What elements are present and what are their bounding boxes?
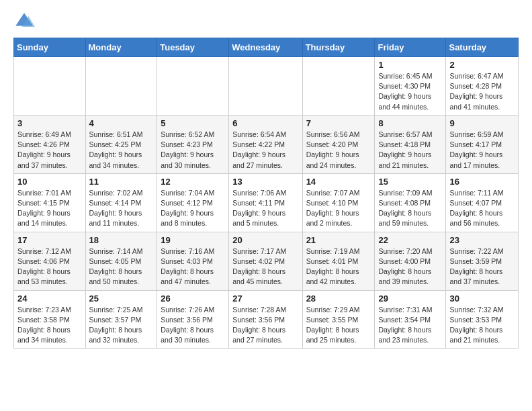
calendar-cell: 28Sunrise: 7:29 AM Sunset: 3:55 PM Dayli… xyxy=(302,290,375,349)
header xyxy=(13,11,519,32)
calendar: SundayMondayTuesdayWednesdayThursdayFrid… xyxy=(13,38,519,349)
week-row-2: 3Sunrise: 6:49 AM Sunset: 4:26 PM Daylig… xyxy=(14,115,519,173)
day-detail: Sunrise: 7:11 AM Sunset: 4:07 PM Dayligh… xyxy=(449,188,515,229)
day-detail: Sunrise: 7:02 AM Sunset: 4:14 PM Dayligh… xyxy=(89,188,154,229)
calendar-cell: 2Sunrise: 6:47 AM Sunset: 4:28 PM Daylig… xyxy=(446,57,519,116)
day-detail: Sunrise: 6:56 AM Sunset: 4:20 PM Dayligh… xyxy=(306,130,371,171)
day-detail: Sunrise: 7:20 AM Sunset: 4:00 PM Dayligh… xyxy=(378,246,442,287)
day-detail: Sunrise: 7:29 AM Sunset: 3:55 PM Dayligh… xyxy=(306,305,371,346)
week-row-1: 1Sunrise: 6:45 AM Sunset: 4:30 PM Daylig… xyxy=(14,57,519,116)
calendar-cell: 26Sunrise: 7:26 AM Sunset: 3:56 PM Dayli… xyxy=(157,290,229,349)
day-number: 29 xyxy=(378,293,442,304)
calendar-cell: 23Sunrise: 7:22 AM Sunset: 3:59 PM Dayli… xyxy=(446,232,519,290)
calendar-cell: 6Sunrise: 6:54 AM Sunset: 4:22 PM Daylig… xyxy=(229,115,302,173)
calendar-cell: 3Sunrise: 6:49 AM Sunset: 4:26 PM Daylig… xyxy=(14,115,86,173)
day-number: 28 xyxy=(306,293,371,304)
day-detail: Sunrise: 7:28 AM Sunset: 3:56 PM Dayligh… xyxy=(232,305,298,346)
calendar-cell: 20Sunrise: 7:17 AM Sunset: 4:02 PM Dayli… xyxy=(229,232,302,290)
day-number: 12 xyxy=(161,177,225,187)
day-number: 13 xyxy=(232,177,298,187)
day-number: 11 xyxy=(89,177,154,187)
calendar-cell: 11Sunrise: 7:02 AM Sunset: 4:14 PM Dayli… xyxy=(85,173,157,232)
week-row-3: 10Sunrise: 7:01 AM Sunset: 4:15 PM Dayli… xyxy=(14,173,519,232)
calendar-cell: 18Sunrise: 7:14 AM Sunset: 4:05 PM Dayli… xyxy=(85,232,157,290)
day-header-monday: Monday xyxy=(85,38,157,57)
day-detail: Sunrise: 7:06 AM Sunset: 4:11 PM Dayligh… xyxy=(232,188,298,229)
day-number: 3 xyxy=(17,118,82,128)
day-number: 18 xyxy=(89,235,154,245)
day-number: 24 xyxy=(17,293,82,304)
logo-icon xyxy=(13,11,35,32)
calendar-cell: 4Sunrise: 6:51 AM Sunset: 4:25 PM Daylig… xyxy=(85,115,157,173)
day-number: 7 xyxy=(306,118,371,128)
day-detail: Sunrise: 7:26 AM Sunset: 3:56 PM Dayligh… xyxy=(161,305,225,346)
day-number: 27 xyxy=(232,293,298,304)
day-number: 30 xyxy=(449,293,515,304)
calendar-cell: 14Sunrise: 7:07 AM Sunset: 4:10 PM Dayli… xyxy=(302,173,375,232)
day-number: 26 xyxy=(161,293,225,304)
calendar-cell: 10Sunrise: 7:01 AM Sunset: 4:15 PM Dayli… xyxy=(14,173,86,232)
calendar-cell: 27Sunrise: 7:28 AM Sunset: 3:56 PM Dayli… xyxy=(229,290,302,349)
day-detail: Sunrise: 6:52 AM Sunset: 4:23 PM Dayligh… xyxy=(161,130,225,171)
calendar-cell: 30Sunrise: 7:32 AM Sunset: 3:53 PM Dayli… xyxy=(446,290,519,349)
calendar-cell xyxy=(157,57,229,116)
calendar-cell: 7Sunrise: 6:56 AM Sunset: 4:20 PM Daylig… xyxy=(302,115,375,173)
calendar-cell: 21Sunrise: 7:19 AM Sunset: 4:01 PM Dayli… xyxy=(302,232,375,290)
day-detail: Sunrise: 7:01 AM Sunset: 4:15 PM Dayligh… xyxy=(17,188,82,229)
day-detail: Sunrise: 6:59 AM Sunset: 4:17 PM Dayligh… xyxy=(449,130,515,171)
day-detail: Sunrise: 6:47 AM Sunset: 4:28 PM Dayligh… xyxy=(449,71,515,112)
calendar-cell: 1Sunrise: 6:45 AM Sunset: 4:30 PM Daylig… xyxy=(375,57,446,116)
page: SundayMondayTuesdayWednesdayThursdayFrid… xyxy=(0,0,532,357)
calendar-cell: 24Sunrise: 7:23 AM Sunset: 3:58 PM Dayli… xyxy=(14,290,86,349)
calendar-cell: 9Sunrise: 6:59 AM Sunset: 4:17 PM Daylig… xyxy=(446,115,519,173)
calendar-cell xyxy=(14,57,86,116)
day-detail: Sunrise: 7:12 AM Sunset: 4:06 PM Dayligh… xyxy=(17,246,82,287)
day-detail: Sunrise: 7:32 AM Sunset: 3:53 PM Dayligh… xyxy=(449,305,515,346)
day-number: 23 xyxy=(449,235,515,245)
day-detail: Sunrise: 6:49 AM Sunset: 4:26 PM Dayligh… xyxy=(17,130,82,171)
day-number: 20 xyxy=(232,235,298,245)
day-detail: Sunrise: 6:45 AM Sunset: 4:30 PM Dayligh… xyxy=(378,71,442,112)
calendar-cell xyxy=(229,57,302,116)
day-detail: Sunrise: 7:23 AM Sunset: 3:58 PM Dayligh… xyxy=(17,305,82,346)
day-number: 4 xyxy=(89,118,154,128)
day-number: 19 xyxy=(161,235,225,245)
day-detail: Sunrise: 7:14 AM Sunset: 4:05 PM Dayligh… xyxy=(89,246,154,287)
day-number: 22 xyxy=(378,235,442,245)
calendar-header-row: SundayMondayTuesdayWednesdayThursdayFrid… xyxy=(14,38,519,57)
day-detail: Sunrise: 7:04 AM Sunset: 4:12 PM Dayligh… xyxy=(161,188,225,229)
calendar-cell: 17Sunrise: 7:12 AM Sunset: 4:06 PM Dayli… xyxy=(14,232,86,290)
day-number: 2 xyxy=(449,60,515,70)
day-number: 14 xyxy=(306,177,371,187)
calendar-cell: 22Sunrise: 7:20 AM Sunset: 4:00 PM Dayli… xyxy=(375,232,446,290)
day-header-thursday: Thursday xyxy=(302,38,375,57)
day-detail: Sunrise: 7:22 AM Sunset: 3:59 PM Dayligh… xyxy=(449,246,515,287)
day-number: 16 xyxy=(449,177,515,187)
calendar-cell xyxy=(302,57,375,116)
day-header-friday: Friday xyxy=(375,38,446,57)
day-number: 15 xyxy=(378,177,442,187)
day-number: 10 xyxy=(17,177,82,187)
day-detail: Sunrise: 7:31 AM Sunset: 3:54 PM Dayligh… xyxy=(378,305,442,346)
day-number: 6 xyxy=(232,118,298,128)
calendar-cell: 29Sunrise: 7:31 AM Sunset: 3:54 PM Dayli… xyxy=(375,290,446,349)
day-header-sunday: Sunday xyxy=(14,38,86,57)
day-detail: Sunrise: 6:54 AM Sunset: 4:22 PM Dayligh… xyxy=(232,130,298,171)
calendar-cell: 16Sunrise: 7:11 AM Sunset: 4:07 PM Dayli… xyxy=(446,173,519,232)
day-detail: Sunrise: 6:57 AM Sunset: 4:18 PM Dayligh… xyxy=(378,130,442,171)
day-number: 9 xyxy=(449,118,515,128)
day-header-tuesday: Tuesday xyxy=(157,38,229,57)
day-number: 5 xyxy=(161,118,225,128)
day-detail: Sunrise: 7:16 AM Sunset: 4:03 PM Dayligh… xyxy=(161,246,225,287)
calendar-cell: 19Sunrise: 7:16 AM Sunset: 4:03 PM Dayli… xyxy=(157,232,229,290)
calendar-cell: 8Sunrise: 6:57 AM Sunset: 4:18 PM Daylig… xyxy=(375,115,446,173)
day-detail: Sunrise: 7:25 AM Sunset: 3:57 PM Dayligh… xyxy=(89,305,154,346)
week-row-5: 24Sunrise: 7:23 AM Sunset: 3:58 PM Dayli… xyxy=(14,290,519,349)
calendar-cell xyxy=(85,57,157,116)
calendar-cell: 13Sunrise: 7:06 AM Sunset: 4:11 PM Dayli… xyxy=(229,173,302,232)
day-detail: Sunrise: 7:07 AM Sunset: 4:10 PM Dayligh… xyxy=(306,188,371,229)
day-header-saturday: Saturday xyxy=(446,38,519,57)
day-detail: Sunrise: 7:09 AM Sunset: 4:08 PM Dayligh… xyxy=(378,188,442,229)
day-number: 25 xyxy=(89,293,154,304)
day-number: 21 xyxy=(306,235,371,245)
